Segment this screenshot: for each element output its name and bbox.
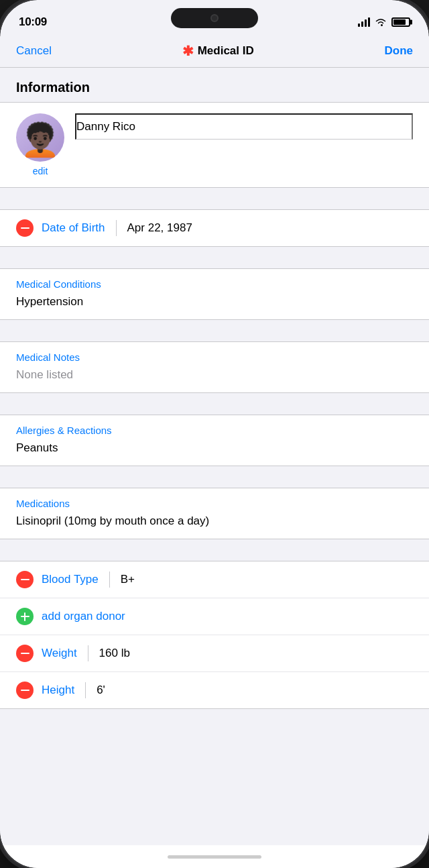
wifi-icon [375,17,387,27]
spacer-5 [0,466,429,477]
camera [210,14,219,22]
signal-icon [358,17,370,27]
weight-row: Weight 160 lb [0,635,429,672]
spacer-6 [0,539,429,550]
bottom-spacer [0,709,429,736]
medical-conditions-label[interactable]: Medical Conditions [16,278,413,290]
allergies-section: Allergies & Reactions Peanuts [0,415,429,466]
avatar[interactable]: 🧑🏿‍🦱 [16,113,64,162]
remove-height-button[interactable] [16,682,34,699]
nav-title-text: Medical ID [198,44,254,58]
nav-title: ✱ Medical ID [182,43,254,59]
minus-icon [21,690,29,692]
spacer-3 [0,320,429,331]
remove-weight-button[interactable] [16,645,34,662]
edit-photo-button[interactable]: edit [33,166,48,176]
spacer-2 [0,247,429,258]
field-divider-3 [88,645,88,661]
organ-donor-row: add organ donor [0,598,429,635]
information-header: Information [0,68,429,102]
field-divider [116,220,117,236]
blood-type-label[interactable]: Blood Type [42,573,99,586]
battery-fill [393,19,406,25]
phone-frame: 10:09 Cancel [0,0,429,868]
field-divider-4 [85,682,86,698]
medical-notes-value[interactable]: None listed [16,368,413,382]
height-label[interactable]: Height [42,684,74,697]
medical-conditions-section: Medical Conditions Hypertension [0,268,429,320]
spacer-1 [0,188,429,199]
minus-icon [21,653,29,655]
medical-notes-label[interactable]: Medical Notes [16,351,413,363]
health-metrics-card: Blood Type B+ add organ donor Weight [0,561,429,709]
dob-label[interactable]: Date of Birth [42,221,105,235]
weight-label[interactable]: Weight [42,647,77,660]
profile-row: 🧑🏿‍🦱 edit [0,102,429,188]
medications-value[interactable]: Lisinopril (10mg by mouth once a day) [16,514,413,528]
spacer-4 [0,393,429,404]
dob-value[interactable]: Apr 22, 1987 [127,221,414,235]
medications-section: Medications Lisinopril (10mg by mouth on… [0,488,429,539]
organ-donor-label[interactable]: add organ donor [42,610,125,623]
screen: 10:09 Cancel [0,0,429,868]
date-of-birth-card: Date of Birth Apr 22, 1987 [0,209,429,247]
allergies-value[interactable]: Peanuts [16,441,413,455]
content-scroll[interactable]: Information 🧑🏿‍🦱 edit [0,68,429,845]
status-time: 10:09 [19,15,47,29]
avatar-emoji: 🧑🏿‍🦱 [20,124,60,156]
name-input[interactable] [75,113,413,140]
home-bar [168,855,261,859]
nav-bar: Cancel ✱ Medical ID Done [0,36,429,68]
allergies-label[interactable]: Allergies & Reactions [16,425,413,436]
weight-value[interactable]: 160 lb [99,647,413,660]
avatar-container: 🧑🏿‍🦱 edit [16,113,64,176]
remove-dob-button[interactable] [16,219,34,237]
add-organ-donor-button[interactable] [16,608,34,625]
medications-label[interactable]: Medications [16,498,413,509]
minus-icon [21,579,29,581]
done-button[interactable]: Done [384,44,413,58]
remove-blood-type-button[interactable] [16,571,34,588]
home-indicator [0,845,429,868]
notch [171,8,258,28]
blood-type-row: Blood Type B+ [0,561,429,598]
height-row: Height 6' [0,672,429,708]
medical-notes-section: Medical Notes None listed [0,341,429,393]
battery-icon [391,17,410,27]
cancel-button[interactable]: Cancel [16,44,52,58]
medical-star-icon: ✱ [182,43,194,59]
blood-type-value[interactable]: B+ [121,573,413,586]
medical-conditions-value[interactable]: Hypertension [16,295,413,309]
field-divider-2 [109,572,110,588]
minus-icon [21,227,29,229]
height-value[interactable]: 6' [97,684,413,697]
status-icons [358,17,410,27]
date-of-birth-row: Date of Birth Apr 22, 1987 [0,210,429,246]
